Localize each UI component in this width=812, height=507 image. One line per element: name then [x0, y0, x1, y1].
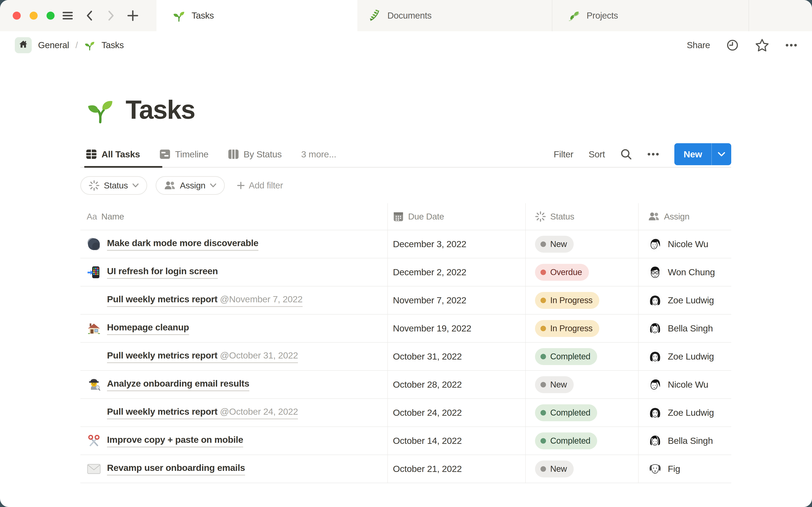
task-name-cell[interactable]: Improve copy + paste on mobile [80, 427, 388, 455]
updates-clock-icon[interactable] [726, 39, 739, 52]
task-title-link[interactable]: Pull weekly metrics report @October 31, … [107, 350, 298, 363]
back-icon[interactable] [85, 10, 95, 21]
assign-cell[interactable]: Won Chung [639, 258, 731, 286]
new-button[interactable]: New [674, 143, 711, 165]
close-window-button[interactable] [13, 12, 21, 20]
window-tab-documents[interactable]: Documents [357, 0, 552, 31]
date-mention[interactable]: @October 31, 2022 [220, 350, 298, 360]
seedling-icon [172, 9, 185, 22]
minimize-window-button[interactable] [30, 12, 38, 20]
task-name-cell[interactable]: Homepage cleanup [80, 315, 388, 342]
status-badge[interactable]: In Progress [535, 292, 599, 309]
assign-cell[interactable]: Nicole Wu [639, 371, 731, 398]
status-cell[interactable]: New [526, 230, 639, 258]
status-badge[interactable]: Completed [535, 433, 597, 449]
column-header-status[interactable]: Status [526, 203, 639, 230]
column-header-assign[interactable]: Assign [639, 203, 731, 230]
herb-icon [368, 9, 381, 22]
assign-cell[interactable]: Zoe Ludwig [639, 399, 731, 427]
due-date-cell[interactable]: November 7, 2022 [388, 286, 526, 314]
column-header-name[interactable]: Aa Name [80, 203, 388, 230]
task-name-cell[interactable]: UI refresh for login screen [80, 258, 388, 286]
window-tab-tasks[interactable]: Tasks [156, 0, 357, 31]
view-tab-by-status[interactable]: By Status [228, 149, 282, 160]
task-title-link[interactable]: UI refresh for login screen [107, 266, 218, 279]
status-badge[interactable]: Completed [535, 404, 597, 421]
date-mention[interactable]: @November 7, 2022 [220, 294, 303, 304]
task-title-link[interactable]: Make dark mode more discoverable [107, 237, 258, 251]
filter-chip-assign[interactable]: Assign [156, 176, 225, 195]
status-badge[interactable]: New [535, 460, 574, 477]
new-button-dropdown[interactable] [711, 143, 731, 165]
page-title[interactable]: Tasks [125, 95, 195, 125]
status-cell[interactable]: Overdue [526, 258, 639, 286]
status-badge[interactable]: New [535, 236, 574, 252]
due-date-cell[interactable]: December 2, 2022 [388, 258, 526, 286]
task-name-cell[interactable]: Revamp user onboarding emails [80, 455, 388, 483]
task-title-link[interactable]: Improve copy + paste on mobile [107, 434, 243, 448]
workspace-home-badge[interactable] [15, 37, 32, 53]
task-name-cell[interactable]: Make dark mode more discoverable [80, 230, 388, 258]
task-title-link[interactable]: Revamp user onboarding emails [107, 462, 245, 476]
assignee-name: Bella Singh [668, 323, 713, 334]
new-tab-icon[interactable] [127, 10, 139, 21]
task-title-link[interactable]: Pull weekly metrics report @November 7, … [107, 294, 303, 307]
task-name-cell[interactable]: Pull weekly metrics report @October 31, … [80, 343, 388, 370]
due-date-cell[interactable]: October 21, 2022 [388, 455, 526, 483]
task-name-cell[interactable]: Pull weekly metrics report @October 24, … [80, 399, 388, 427]
due-date-cell[interactable]: October 14, 2022 [388, 427, 526, 455]
window-tab-projects[interactable]: Projects [552, 0, 749, 31]
status-cell[interactable]: Completed [526, 343, 639, 370]
breadcrumb-workspace[interactable]: General [38, 40, 69, 50]
add-filter-button[interactable]: Add filter [237, 180, 283, 190]
due-date-cell[interactable]: December 3, 2022 [388, 230, 526, 258]
status-cell[interactable]: In Progress [526, 286, 639, 314]
assign-cell[interactable]: Bella Singh [639, 427, 731, 455]
task-name-cell[interactable]: Pull weekly metrics report @November 7, … [80, 286, 388, 314]
filter-button[interactable]: Filter [554, 149, 573, 160]
page-icon-seedling[interactable] [86, 95, 115, 124]
due-date-cell[interactable]: November 19, 2022 [388, 315, 526, 342]
status-label: New [550, 380, 567, 389]
assign-cell[interactable]: Nicole Wu [639, 230, 731, 258]
task-title-link[interactable]: Homepage cleanup [107, 322, 189, 335]
more-options-icon[interactable] [785, 44, 797, 47]
due-date-cell[interactable]: October 31, 2022 [388, 343, 526, 370]
assign-cell[interactable]: Fig [639, 455, 731, 483]
due-date-cell[interactable]: October 28, 2022 [388, 371, 526, 398]
task-title-link[interactable]: Analyze onboarding email results [107, 378, 249, 391]
search-icon[interactable] [620, 148, 632, 160]
task-title-link[interactable]: Pull weekly metrics report @October 24, … [107, 406, 298, 419]
status-badge[interactable]: Completed [535, 348, 597, 365]
column-header-due-date[interactable]: Due Date [388, 203, 526, 230]
status-cell[interactable]: Completed [526, 427, 639, 455]
due-date-cell[interactable]: October 24, 2022 [388, 399, 526, 427]
assign-cell[interactable]: Zoe Ludwig [639, 286, 731, 314]
more-views-link[interactable]: 3 more... [301, 149, 336, 160]
sidebar-toggle-icon[interactable] [62, 11, 73, 21]
status-badge[interactable]: Overdue [535, 264, 589, 281]
status-cell[interactable]: New [526, 455, 639, 483]
favorite-star-icon[interactable] [755, 39, 769, 52]
status-cell[interactable]: In Progress [526, 315, 639, 342]
share-button[interactable]: Share [687, 40, 710, 50]
zoom-window-button[interactable] [47, 12, 55, 20]
task-name-cell[interactable]: Analyze onboarding email results [80, 371, 388, 398]
avatar [648, 406, 662, 420]
avatar [648, 378, 662, 392]
date-mention[interactable]: @October 24, 2022 [220, 406, 298, 416]
filter-chip-status[interactable]: Status [80, 176, 147, 195]
view-more-options-icon[interactable] [647, 153, 659, 156]
sort-button[interactable]: Sort [589, 149, 605, 160]
assign-cell[interactable]: Bella Singh [639, 315, 731, 342]
breadcrumb-page[interactable]: Tasks [101, 40, 124, 50]
assign-cell[interactable]: Zoe Ludwig [639, 343, 731, 370]
status-badge[interactable]: In Progress [535, 320, 599, 337]
status-cell[interactable]: New [526, 371, 639, 398]
status-badge[interactable]: New [535, 376, 574, 393]
forward-icon[interactable] [106, 10, 116, 21]
view-tab-all-tasks[interactable]: All Tasks [86, 149, 140, 160]
view-tab-timeline[interactable]: Timeline [159, 149, 208, 160]
view-toolbar: All Tasks Timeline By Status 3 more... F… [80, 142, 731, 168]
status-cell[interactable]: Completed [526, 399, 639, 427]
